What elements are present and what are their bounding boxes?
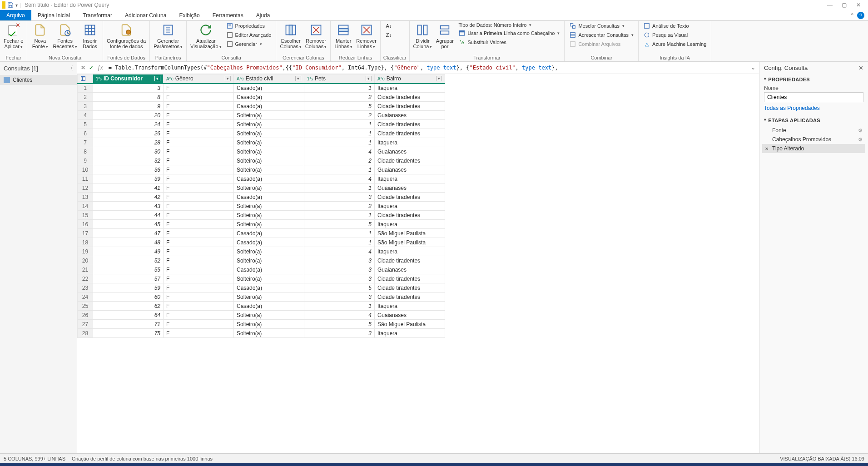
table-row[interactable]: 932FSolteiro(a)2Cidade tiradentes (78, 156, 445, 165)
expand-formula-icon[interactable]: ⌄ (751, 64, 755, 71)
cell-pets[interactable]: 1 (304, 138, 375, 147)
table-row[interactable]: 1036FSolteiro(a)1Guaianases (78, 165, 445, 174)
cell-bairro[interactable]: São Miguel Paulista (375, 229, 445, 238)
cell-genero[interactable]: F (164, 220, 234, 229)
row-number[interactable]: 25 (78, 302, 93, 311)
table-row[interactable]: 1443FSolteiro(a)2Itaquera (78, 202, 445, 211)
cell-id[interactable]: 30 (93, 147, 164, 156)
substituir-valores-button[interactable]: ⅟₂Substituir Valores (456, 38, 561, 46)
table-row[interactable]: 2052FSolteiro(a)3Cidade tiradentes (78, 256, 445, 265)
row-number[interactable]: 11 (78, 174, 93, 183)
cell-pets[interactable]: 1 (304, 84, 375, 93)
table-row[interactable]: 728FSolteiro(a)1Itaquera (78, 138, 445, 147)
row-number[interactable]: 20 (78, 256, 93, 265)
cell-bairro[interactable]: Cidade tiradentes (375, 102, 445, 111)
manter-linhas-button[interactable]: Manter Linhas (333, 22, 353, 50)
cell-id[interactable]: 45 (93, 220, 164, 229)
table-row[interactable]: 2359FCasado(a)5Cidade tiradentes (78, 283, 445, 292)
cell-estado-civil[interactable]: Solteiro(a) (234, 211, 304, 220)
close-apply-button[interactable]: ✕ Fechar e Aplicar (3, 22, 24, 50)
cell-id[interactable]: 75 (93, 329, 164, 338)
cell-bairro[interactable]: Itaquera (375, 247, 445, 256)
cell-genero[interactable]: F (164, 193, 234, 202)
pesquisa-visual-button[interactable]: Pesquisa Visual (641, 31, 708, 39)
cell-bairro[interactable]: Guaianases (375, 311, 445, 320)
cell-genero[interactable]: F (164, 202, 234, 211)
row-number[interactable]: 13 (78, 193, 93, 202)
dividir-coluna-button[interactable]: Dividir Coluna (412, 22, 433, 50)
propriedades-button[interactable]: Propriedades (224, 22, 273, 30)
cell-genero[interactable]: F (164, 84, 234, 93)
cell-estado-civil[interactable]: Solteiro(a) (234, 129, 304, 138)
tipo-dados-button[interactable]: Tipo de Dados: Número Inteiro (456, 22, 561, 28)
cell-genero[interactable]: F (164, 111, 234, 120)
cell-bairro[interactable]: Itaquera (375, 202, 445, 211)
cell-genero[interactable]: F (164, 120, 234, 129)
cell-bairro[interactable]: Itaquera (375, 220, 445, 229)
cell-genero[interactable]: F (164, 183, 234, 193)
mesclar-consultas-button[interactable]: Mesclar Consultas (567, 22, 635, 30)
row-number[interactable]: 24 (78, 292, 93, 302)
cell-pets[interactable]: 3 (304, 256, 375, 265)
col-header-pets[interactable]: 1²₃Pets▾ (304, 74, 375, 84)
cell-estado-civil[interactable]: Solteiro(a) (234, 120, 304, 129)
cell-estado-civil[interactable]: Solteiro(a) (234, 220, 304, 229)
cell-genero[interactable]: F (164, 247, 234, 256)
cell-bairro[interactable]: Cidade tiradentes (375, 193, 445, 202)
cell-genero[interactable]: F (164, 156, 234, 165)
cell-estado-civil[interactable]: Casado(a) (234, 265, 304, 274)
tab-transformar[interactable]: Transformar (76, 10, 119, 20)
tab-exibicao[interactable]: Exibição (173, 10, 206, 20)
cell-estado-civil[interactable]: Casado(a) (234, 302, 304, 311)
cell-estado-civil[interactable]: Casado(a) (234, 93, 304, 102)
row-number[interactable]: 14 (78, 202, 93, 211)
step-fonte[interactable]: Fonte⚙ (762, 126, 865, 135)
cell-id[interactable]: 59 (93, 283, 164, 292)
row-number[interactable]: 3 (78, 102, 93, 111)
tab-ferramentas[interactable]: Ferramentas (206, 10, 250, 20)
collapse-queries-icon[interactable]: 〈 (68, 64, 73, 72)
data-grid[interactable]: 1²₃ID Consumidor▾ AᵇcGênero▾ AᵇcEstado c… (77, 74, 759, 453)
cell-estado-civil[interactable]: Casado(a) (234, 238, 304, 247)
table-row[interactable]: 1342FCasado(a)3Cidade tiradentes (78, 193, 445, 202)
primeira-linha-cabecalho-button[interactable]: Usar a Primeira Linha como Cabeçalho (456, 29, 561, 37)
cell-id[interactable]: 39 (93, 174, 164, 183)
cell-id[interactable]: 71 (93, 320, 164, 329)
remover-colunas-button[interactable]: Remover Colunas (304, 22, 327, 50)
tab-arquivo[interactable]: Arquivo (0, 10, 31, 20)
cell-genero[interactable]: F (164, 174, 234, 183)
row-number[interactable]: 19 (78, 247, 93, 256)
table-row[interactable]: 2257FSolteiro(a)3Cidade tiradentes (78, 274, 445, 283)
gerenciar-consulta-button[interactable]: Gerenciar (224, 40, 273, 48)
col-header-id[interactable]: 1²₃ID Consumidor▾ (93, 74, 164, 84)
cell-bairro[interactable]: Guaianases (375, 111, 445, 120)
configurar-fonte-button[interactable]: Configurações da fonte de dados (106, 22, 147, 49)
cell-id[interactable]: 41 (93, 183, 164, 193)
cell-id[interactable]: 42 (93, 193, 164, 202)
row-number[interactable]: 23 (78, 283, 93, 292)
cell-bairro[interactable]: Cidade tiradentes (375, 256, 445, 265)
cell-genero[interactable]: F (164, 93, 234, 102)
cell-pets[interactable]: 3 (304, 265, 375, 274)
cell-bairro[interactable]: Cidade tiradentes (375, 211, 445, 220)
cell-genero[interactable]: F (164, 138, 234, 147)
table-row[interactable]: 420FSolteiro(a)2Guaianases (78, 111, 445, 120)
cell-pets[interactable]: 4 (304, 247, 375, 256)
cell-pets[interactable]: 4 (304, 147, 375, 156)
row-number[interactable]: 4 (78, 111, 93, 120)
query-item-clientes[interactable]: Clientes (0, 75, 77, 85)
row-number[interactable]: 2 (78, 93, 93, 102)
row-number[interactable]: 10 (78, 165, 93, 174)
cell-genero[interactable]: F (164, 147, 234, 156)
cell-id[interactable]: 9 (93, 102, 164, 111)
cell-bairro[interactable]: Cidade tiradentes (375, 274, 445, 283)
table-row[interactable]: 13FCasado(a)1Itaquera (78, 84, 445, 93)
cell-pets[interactable]: 1 (304, 129, 375, 138)
cell-estado-civil[interactable]: Casado(a) (234, 229, 304, 238)
cell-bairro[interactable]: Cidade tiradentes (375, 283, 445, 292)
applied-steps-section-header[interactable]: ETAPAS APLICADAS (759, 115, 868, 126)
cell-genero[interactable]: F (164, 320, 234, 329)
cell-genero[interactable]: F (164, 165, 234, 174)
qat-dropdown[interactable]: ▾ (15, 3, 18, 8)
cell-pets[interactable]: 4 (304, 311, 375, 320)
